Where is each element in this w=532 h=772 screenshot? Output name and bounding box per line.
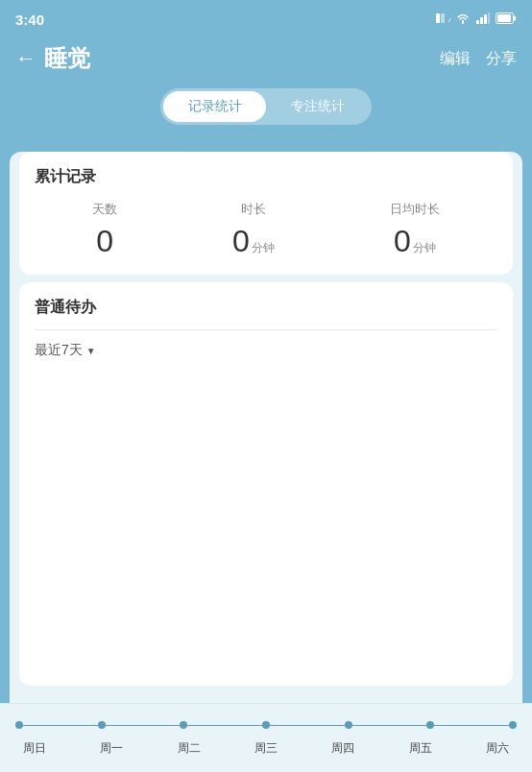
timeline-dot-4: [345, 721, 352, 729]
svg-rect-5: [480, 17, 483, 24]
timeline-dot-6: [509, 721, 517, 729]
timeline-label-4: 周四: [324, 740, 362, 757]
stat-daily-avg-label: 日均时长: [390, 201, 440, 218]
stat-duration: 时长 0 分钟: [232, 201, 275, 259]
cumulative-title: 累计记录: [35, 167, 497, 187]
timeline-label-3: 周三: [247, 740, 285, 757]
divider: [35, 329, 497, 330]
stat-duration-label: 时长: [241, 201, 266, 218]
pending-title: 普通待办: [35, 298, 497, 318]
svg-rect-6: [484, 14, 487, 24]
timeline-dots: [15, 721, 517, 729]
period-selector[interactable]: 最近7天 ▼: [35, 342, 497, 359]
timeline-label-2: 周二: [170, 740, 208, 757]
header: ← 睡觉 编辑 分享: [0, 35, 532, 88]
timeline-dot-2: [180, 721, 187, 729]
sim-icon: A: [435, 12, 450, 28]
svg-rect-7: [488, 12, 490, 24]
stat-days: 天数 0: [92, 201, 117, 259]
svg-text:A: A: [448, 14, 450, 24]
stat-daily-avg-value: 0: [394, 224, 411, 259]
timeline-dot-0: [15, 721, 23, 729]
timeline-dot-3: [262, 721, 270, 729]
battery-icon: [496, 12, 517, 27]
stat-days-value-row: 0: [96, 224, 113, 259]
timeline-label-1: 周一: [92, 740, 131, 757]
share-button[interactable]: 分享: [486, 49, 517, 69]
svg-rect-4: [476, 20, 479, 24]
timeline-labels: 周日 周一 周二 周三 周四 周五 周六: [15, 740, 517, 757]
svg-rect-9: [514, 15, 516, 20]
svg-rect-10: [497, 14, 511, 22]
stat-days-value: 0: [96, 224, 113, 259]
svg-rect-1: [441, 13, 445, 23]
tab-record[interactable]: 记录统计: [163, 91, 266, 122]
stat-days-label: 天数: [92, 201, 117, 218]
stat-daily-avg: 日均时长 0 分钟: [390, 201, 440, 259]
timeline-bar: 周日 周一 周二 周三 周四 周五 周六: [0, 703, 532, 772]
stat-duration-value: 0: [232, 224, 250, 259]
timeline-label-0: 周日: [15, 740, 54, 757]
status-time: 3:40: [15, 12, 44, 28]
timeline-dot-1: [98, 721, 106, 729]
stat-duration-unit: 分钟: [252, 240, 275, 256]
svg-rect-0: [436, 13, 440, 23]
tab-switcher: 记录统计 专注统计: [160, 88, 372, 125]
stat-daily-avg-value-row: 0 分钟: [394, 224, 436, 259]
cumulative-stats: 天数 0 时长 0 分钟 日均时长 0 分钟: [35, 201, 497, 259]
status-icons: A: [435, 12, 517, 28]
wifi-icon: [455, 12, 471, 28]
period-dropdown-icon: ▼: [86, 346, 96, 356]
status-bar: 3:40 A: [0, 0, 532, 35]
timeline-track: [15, 715, 517, 735]
back-button[interactable]: ←: [15, 46, 36, 71]
timeline-label-5: 周五: [401, 740, 440, 757]
svg-point-3: [462, 21, 464, 23]
cumulative-card: 累计记录 天数 0 时长 0 分钟 日均时长 0: [19, 152, 513, 275]
main-content: 累计记录 天数 0 时长 0 分钟 日均时长 0: [10, 152, 522, 772]
stat-duration-value-row: 0 分钟: [232, 224, 275, 259]
period-label: 最近7天: [35, 342, 83, 359]
pending-card: 普通待办 最近7天 ▼: [19, 282, 513, 686]
edit-button[interactable]: 编辑: [440, 49, 471, 69]
signal-icon: [475, 12, 491, 28]
header-actions: 编辑 分享: [440, 49, 517, 69]
timeline-label-6: 周六: [478, 740, 517, 757]
page-title: 睡觉: [44, 43, 440, 74]
tab-focus[interactable]: 专注统计: [266, 91, 369, 122]
stat-daily-avg-unit: 分钟: [413, 240, 436, 256]
timeline-dot-5: [426, 721, 434, 729]
